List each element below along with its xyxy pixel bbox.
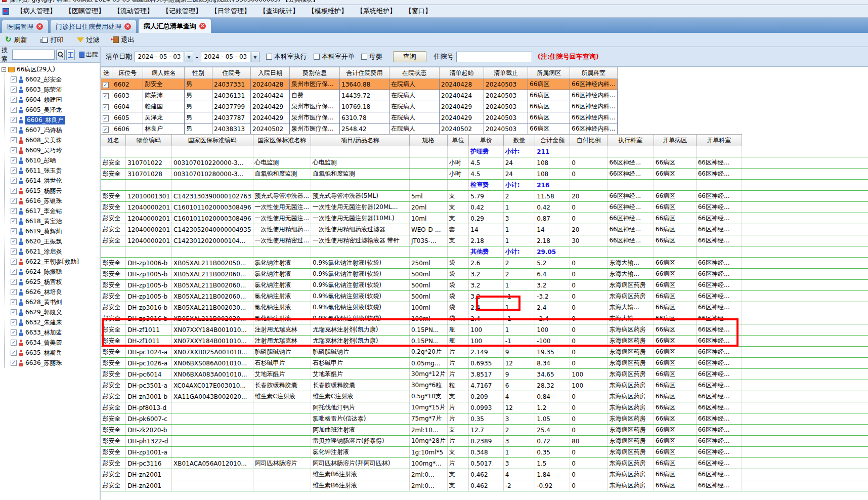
column-header[interactable]: 单位 (447, 135, 469, 146)
tree-item-patient[interactable]: ✓6633_林加蓝 (5, 327, 100, 338)
menu-item-9[interactable]: 【窗口】 (401, 7, 436, 16)
column-header[interactable]: 物价编码 (126, 135, 172, 146)
tree-item-patient[interactable]: ✓6635_林斯岳 (5, 348, 100, 358)
tree-item-patient[interactable]: ✓6617_李金钻 (5, 206, 100, 216)
tree-item-patient[interactable]: ✓6622_王朝参[救助] (5, 257, 100, 267)
tree-item-patient[interactable]: ✓6636_苏丽珠 (5, 358, 100, 368)
checkbox-icon[interactable]: ✓ (11, 269, 17, 275)
charge-row[interactable]: 彭安全DH-zn3001-bXA11GA0043B002020...维生素C注射… (101, 391, 868, 402)
checkbox-icon[interactable]: ✓ (11, 198, 17, 204)
menu-item-3[interactable]: 【流动管理】 (109, 7, 158, 16)
tree-item-patient[interactable]: ✓6625_杨宜权 (5, 277, 100, 287)
tab-close-icon[interactable]: × (36, 23, 43, 30)
checkbox-icon[interactable]: ✓ (11, 127, 17, 133)
charge-row[interactable]: 彭安全DH-pc6014XN06BXA083A001010...艾地苯醌片艾地苯… (101, 369, 868, 380)
charge-row[interactable]: 彭安全DH-zf1011XN07XXY184B001010...注射用尤瑞克林尤… (101, 336, 868, 347)
charge-row[interactable]: 彭安全DH-pc3501-aXC04AXC017E003010...长春胺缓释胶… (101, 380, 868, 391)
column-header[interactable]: 开单病区 (654, 135, 696, 146)
checkbox-icon[interactable]: ✓ (11, 178, 17, 184)
charge-row[interactable]: 彭安全DH-zn2001维生素B6注射液2ml:0...支0.46241.840… (101, 469, 868, 480)
column-header[interactable]: 床位号 (112, 67, 143, 79)
subtotal-row[interactable]: 检查费小计:216 (101, 180, 868, 191)
column-header[interactable]: 在院状态 (389, 67, 440, 79)
tree-item-patient[interactable]: ✓6621_涂启炎 (5, 246, 100, 257)
checkbox-icon[interactable]: ✓ (11, 319, 17, 325)
date-from-dropdown-icon[interactable]: ▼ (185, 52, 193, 62)
menu-item-6[interactable]: 【查询统计】 (255, 7, 303, 16)
column-header[interactable]: 姓名 (101, 135, 126, 146)
tree-item-patient[interactable]: ✓6614_洪世伦 (5, 176, 100, 186)
tree-item-patient[interactable]: ✓6618_黄宝治 (5, 216, 100, 226)
charge-row[interactable]: 彭安全12040000201C1423012020000104...一次性使用精… (101, 235, 868, 246)
menu-item-4[interactable]: 【记账管理】 (158, 7, 206, 16)
inpatient-no-input[interactable] (456, 52, 532, 62)
row-checkbox[interactable]: ✓ (103, 104, 109, 110)
tree-item-patient[interactable]: ✓6628_黄书剑 (5, 297, 100, 307)
column-header[interactable]: 住院号 (212, 67, 251, 79)
row-checkbox[interactable]: ✓ (103, 127, 109, 133)
checkbox-icon[interactable]: ✓ (11, 107, 17, 113)
charge-row[interactable]: 彭安全12040000201C1601011020000308496一次性使用无… (101, 213, 868, 224)
column-header[interactable]: 开单科室 (696, 135, 742, 146)
patient-row[interactable]: ✓6603陈荣沛男2403613120240424自费14439.72在院病人2… (101, 90, 618, 101)
checkbox-dept-order[interactable]: 本科室开单 (314, 52, 355, 61)
patient-row[interactable]: ✓6602彭安全男2403733120240428泉州市医疗保...13640.… (101, 79, 618, 90)
charge-row[interactable]: 彭安全DH-ph1322-d雷贝拉唑钠肠溶片(舒泰得)10mg*28片片0.23… (101, 436, 868, 447)
charge-row[interactable]: 彭安全DH-zp1005-bXB05XAL211B002060...氯化钠注射液… (101, 269, 868, 280)
tree-item-patient[interactable]: ✓6619_蔡辉灿 (5, 226, 100, 236)
charge-row[interactable]: 彭安全DH-zp1005-bXB05XAL211B002060...氯化钠注射液… (101, 280, 868, 291)
checkbox-icon[interactable]: ✓ (11, 299, 17, 305)
charge-row[interactable]: 彭安全310701028003107010280000-3...血氧饱和度监测血… (101, 169, 868, 180)
checkbox-icon[interactable]: ✓ (11, 279, 17, 285)
print-button[interactable]: 打印 (40, 35, 64, 45)
tab-2[interactable]: 门诊择日住院费用处理× (50, 20, 137, 33)
checkbox-icon[interactable]: ✓ (11, 76, 17, 82)
tree-item-patient[interactable]: ✓6607_冯诗杨 (5, 125, 100, 135)
checkbox-icon[interactable]: ✓ (11, 137, 17, 143)
patient-row[interactable]: ✓6606林良户男2403831320240502泉州市医疗保...2548.4… (101, 123, 618, 135)
tree-item-patient[interactable]: ✓6608_吴美珠 (5, 135, 100, 145)
column-header[interactable]: 国家医保标准名称 (253, 135, 311, 146)
charge-row[interactable]: 彭安全DH-pc3116XB01ACA056A012010...阿司匹林肠溶片阿… (101, 458, 868, 469)
column-header[interactable]: 所属病区 (528, 67, 570, 79)
tree-item-patient[interactable]: ✓6616_苏银珠 (5, 196, 100, 206)
column-header[interactable]: 国家医保标准编码 (172, 135, 253, 146)
discharge-toggle[interactable]: 出院 (79, 51, 98, 59)
column-header[interactable]: 入院日期 (251, 67, 290, 79)
patient-row[interactable]: ✓6605吴泽龙男2403778720240429泉州市医疗保...6310.7… (101, 112, 618, 123)
column-header[interactable]: 单价 (469, 135, 503, 146)
tree-item-patient[interactable]: ✓6610_彭晒 (5, 155, 100, 165)
checkbox-icon[interactable]: ✓ (11, 228, 17, 234)
column-header[interactable]: 所属科室 (570, 67, 618, 79)
patient-row[interactable]: ✓6604赖建国男2403779920240429泉州市医疗保...10769.… (101, 101, 618, 112)
charge-row[interactable]: 彭安全DH-zn2001维生素B6注射液2ml:0...支0.462-2-0.9… (101, 480, 868, 491)
charge-row[interactable]: 彭安全DH-zp3016-bXB05XAL211B002030...氯化钠注射液… (101, 313, 868, 324)
tree-item-patient[interactable]: ✓6626_林培良 (5, 287, 100, 297)
filter-button[interactable]: 过滤 (77, 35, 100, 45)
checkbox-icon[interactable]: ✓ (11, 238, 17, 244)
charge-row[interactable]: 彭安全DH-pc1024-aXN07XXB025A001010...胞磷胆碱钠片… (101, 347, 868, 358)
charge-row[interactable]: 彭安全DH-pc1026-aXN06BXS086A001010...石杉碱甲片石… (101, 358, 868, 369)
column-header[interactable]: 选 (101, 67, 112, 79)
tree-item-patient[interactable]: ✓6629_郭陵义 (5, 307, 100, 317)
tab-1[interactable]: 医嘱管理× (2, 20, 49, 33)
checkbox-icon[interactable]: ✓ (11, 87, 17, 93)
tree-item-patient[interactable]: ✓6620_王振飘 (5, 236, 100, 246)
tab-3[interactable]: 病人汇总清单查询× (138, 19, 211, 33)
checkbox-icon[interactable]: ✓ (11, 147, 17, 153)
checkbox-icon[interactable]: ✓ (11, 188, 17, 194)
date-to-input[interactable]: 2024 - 05 - 03 (201, 52, 250, 62)
collapse-icon[interactable]: - (2, 67, 6, 72)
tab-close-icon[interactable]: × (124, 23, 131, 30)
date-to-dropdown-icon[interactable]: ▼ (251, 52, 259, 62)
menu-item-5[interactable]: 【日常管理】 (206, 7, 255, 16)
tree-item-patient[interactable]: ✓6605_吴泽龙 (5, 105, 100, 115)
menu-item-2[interactable]: 【医嘱管理】 (61, 7, 109, 16)
tree-item-patient[interactable]: ✓6634_曾美霞 (5, 338, 100, 348)
menu-item-7[interactable]: 【模板维护】 (303, 7, 352, 16)
tree-item-patient[interactable]: ✓6624_陈振聪 (5, 267, 100, 277)
refresh-button[interactable]: ↻ 刷新 (5, 35, 27, 45)
search-button[interactable] (56, 50, 65, 60)
charge-row[interactable]: 彭安全12010001301C1423130390000102763预充式导管冲… (101, 191, 868, 202)
column-header[interactable]: 合计住院费用 (340, 67, 389, 79)
